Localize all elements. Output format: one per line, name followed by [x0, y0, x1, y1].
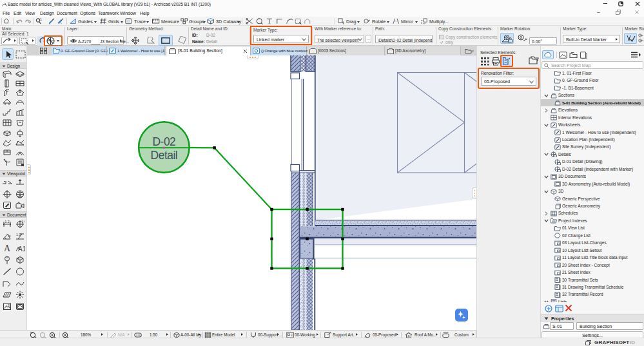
svg-text:1.3: 1.3: [16, 233, 21, 236]
svg-text:1.2: 1.2: [5, 220, 10, 224]
svg-text:1.2: 1.2: [22, 219, 26, 223]
svg-text:A1: A1: [18, 245, 25, 253]
svg-text:1: 1: [40, 18, 42, 21]
svg-text:A: A: [4, 244, 11, 253]
svg-text:D-02: D-02: [152, 135, 175, 148]
svg-text:α: α: [8, 234, 11, 238]
svg-text:Detail: Detail: [151, 149, 178, 162]
